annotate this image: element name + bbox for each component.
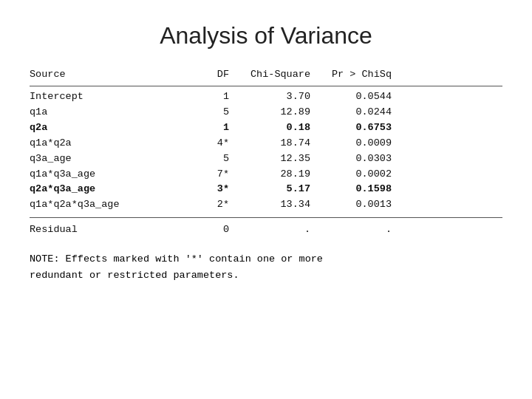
anova-table: Source DF Chi-Square Pr > ChiSq Intercep…: [30, 67, 502, 238]
table-row: Intercept 1 3.70 0.0544: [30, 89, 502, 105]
row-df: 5: [177, 151, 229, 167]
row-source: q2a: [30, 120, 177, 136]
row-df: 3*: [177, 182, 229, 197]
note-line2: redundant or restricted parameters.: [30, 267, 502, 284]
note-section: NOTE: Effects marked with '*' contain on…: [30, 251, 502, 283]
residual-source: Residual: [30, 222, 177, 238]
residual-chisq: .: [229, 222, 310, 238]
table-body: Intercept 1 3.70 0.0544 q1a 5 12.89 0.02…: [30, 89, 502, 213]
table-divider-top: [30, 86, 502, 86]
row-df: 7*: [177, 167, 229, 183]
row-source: q1a: [30, 105, 177, 120]
table-row: q1a*q2a*q3a_age 2* 13.34 0.0013: [30, 197, 502, 213]
table-row: q1a*q3a_age 7* 28.19 0.0002: [30, 167, 502, 183]
row-pr: 0.0544: [310, 89, 392, 105]
row-chisq: 5.17: [229, 182, 310, 197]
table-row: q2a*q3a_age 3* 5.17 0.1598: [30, 182, 502, 197]
row-df: 5: [177, 105, 229, 120]
note-line1: NOTE: Effects marked with '*' contain on…: [30, 251, 502, 267]
table-row: q2a 1 0.18 0.6753: [30, 120, 502, 136]
col-header-chisq: Chi-Square: [229, 67, 310, 83]
residual-pr: .: [310, 222, 392, 238]
row-df: 2*: [177, 197, 229, 213]
col-header-source: Source: [30, 67, 177, 83]
residual-row: Residual 0 . .: [30, 222, 502, 238]
row-pr: 0.0303: [310, 151, 392, 167]
page: Analysis of Variance Source DF Chi-Squar…: [0, 0, 532, 399]
row-source: Intercept: [30, 89, 177, 105]
row-source: q3a_age: [30, 151, 177, 167]
row-chisq: 18.74: [229, 136, 310, 151]
row-chisq: 13.34: [229, 197, 310, 213]
row-df: 1: [177, 120, 229, 136]
row-pr: 0.0002: [310, 167, 392, 183]
page-title: Analysis of Variance: [30, 22, 502, 50]
col-header-df: DF: [177, 67, 229, 83]
row-source: q1a*q2a: [30, 136, 177, 151]
row-pr: 0.0013: [310, 197, 392, 213]
table-row: q1a*q2a 4* 18.74 0.0009: [30, 136, 502, 151]
table-divider-bottom: [30, 217, 502, 218]
table-header: Source DF Chi-Square Pr > ChiSq: [30, 67, 502, 83]
row-source: q1a*q3a_age: [30, 167, 177, 183]
table-row: q1a 5 12.89 0.0244: [30, 105, 502, 120]
row-source: q1a*q2a*q3a_age: [30, 197, 177, 213]
row-source: q2a*q3a_age: [30, 182, 177, 197]
row-df: 1: [177, 89, 229, 105]
row-chisq: 28.19: [229, 167, 310, 183]
row-pr: 0.1598: [310, 182, 392, 197]
row-pr: 0.0009: [310, 136, 392, 151]
row-chisq: 0.18: [229, 120, 310, 136]
col-header-pr: Pr > ChiSq: [310, 67, 392, 83]
row-pr: 0.6753: [310, 120, 392, 136]
row-chisq: 12.35: [229, 151, 310, 167]
row-chisq: 3.70: [229, 89, 310, 105]
row-df: 4*: [177, 136, 229, 151]
residual-df: 0: [177, 222, 229, 238]
row-pr: 0.0244: [310, 105, 392, 120]
table-row: q3a_age 5 12.35 0.0303: [30, 151, 502, 167]
row-chisq: 12.89: [229, 105, 310, 120]
